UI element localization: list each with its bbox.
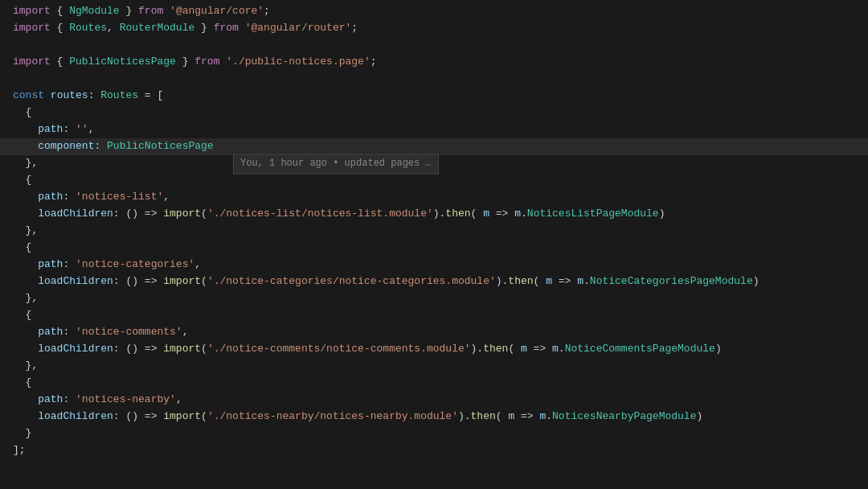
- code-token: then: [445, 206, 470, 223]
- code-token: [13, 324, 38, 341]
- code-token: NgModule: [69, 3, 119, 20]
- code-line: },: [0, 358, 868, 375]
- code-token: import: [163, 341, 201, 358]
- code-token: :: [88, 88, 101, 105]
- code-line: [0, 71, 868, 88]
- code-line: {: [0, 307, 868, 324]
- code-token: './notices-list/notices-list.module': [207, 206, 433, 223]
- code-line: },You, 1 hour ago • updated pages …: [0, 155, 868, 172]
- code-token: NoticesNearbyPageModule: [552, 409, 696, 425]
- code-token: },: [13, 223, 38, 240]
- code-token: }: [120, 3, 138, 20]
- code-line: import { Routes, RouterModule } from '@a…: [0, 20, 868, 37]
- code-token: 'notices-nearby': [76, 392, 176, 409]
- code-token: m: [521, 341, 527, 358]
- code-token: loadChildren: [38, 409, 113, 425]
- code-token: ,: [107, 20, 120, 37]
- code-token: ).: [496, 273, 509, 290]
- code-line: loadChildren: () => import('./notice-cat…: [0, 273, 868, 290]
- code-token: :: [63, 189, 76, 206]
- code-token: : () =>: [113, 341, 163, 358]
- code-token: from: [138, 3, 163, 20]
- code-token: ;: [371, 54, 377, 71]
- code-line: loadChildren: () => import('./notice-com…: [0, 341, 868, 358]
- code-token: './notices-nearby/notices-nearby.module': [207, 409, 458, 425]
- code-token: = [: [138, 88, 163, 105]
- code-line: loadChildren: () => import('./notices-li…: [0, 206, 868, 223]
- code-token: ,: [194, 257, 201, 273]
- code-token: [13, 392, 38, 409]
- code-token: .: [559, 341, 565, 358]
- code-token: ): [753, 273, 760, 290]
- code-token: }: [176, 54, 194, 71]
- code-token: [239, 20, 245, 37]
- code-token: from: [194, 54, 219, 71]
- code-token: :: [94, 138, 107, 155]
- code-token: =>: [527, 341, 552, 358]
- code-token: {: [51, 20, 69, 37]
- code-token: ;: [264, 3, 270, 20]
- code-token: :: [63, 121, 76, 138]
- code-line: {: [0, 172, 868, 189]
- code-container: import { NgModule } from '@angular/core'…: [0, 0, 868, 462]
- code-token: (: [496, 409, 509, 425]
- code-token: ,: [88, 121, 95, 138]
- code-token: import: [163, 409, 201, 425]
- code-token: },: [13, 290, 38, 307]
- code-token: m: [546, 273, 552, 290]
- code-token: component: [38, 138, 94, 155]
- code-line: {: [0, 105, 868, 121]
- code-token: ): [715, 341, 722, 358]
- code-line: component: PublicNoticesPage: [0, 138, 868, 155]
- code-line: path: 'notices-nearby',: [0, 392, 868, 409]
- code-token: path: [38, 392, 63, 409]
- code-token: ): [696, 409, 702, 425]
- code-token: m: [508, 409, 514, 425]
- code-token: import: [13, 54, 51, 71]
- code-token: NoticeCategoriesPageModule: [590, 273, 753, 290]
- code-token: [13, 138, 38, 155]
- code-token: :: [63, 257, 76, 273]
- code-token: {: [13, 375, 31, 392]
- code-token: NoticeCommentsPageModule: [565, 341, 715, 358]
- code-line: },: [0, 290, 868, 307]
- code-token: './notice-categories/notice-categories.m…: [207, 273, 496, 290]
- code-token: then: [508, 273, 533, 290]
- code-token: '@angular/core': [170, 3, 264, 20]
- code-token: {: [13, 172, 31, 189]
- code-token: {: [51, 54, 69, 71]
- code-line: const routes: Routes = [: [0, 88, 868, 105]
- code-token: PublicNoticesPage: [69, 54, 176, 71]
- code-token: [13, 206, 38, 223]
- code-token: (: [201, 273, 207, 290]
- code-token: m: [539, 409, 546, 425]
- code-line: import { PublicNoticesPage } from './pub…: [0, 54, 868, 71]
- code-token: (: [201, 341, 207, 358]
- code-token: m: [483, 206, 489, 223]
- code-token: .: [583, 273, 590, 290]
- code-token: [13, 189, 38, 206]
- code-token: [13, 341, 38, 358]
- code-token: PublicNoticesPage: [107, 138, 214, 155]
- code-token: ).: [471, 341, 484, 358]
- code-line: {: [0, 240, 868, 257]
- code-line: },: [0, 223, 868, 240]
- code-token: {: [51, 3, 69, 20]
- code-token: },: [13, 358, 38, 375]
- code-line: path: '',: [0, 121, 868, 138]
- code-line: path: 'notice-categories',: [0, 257, 868, 273]
- code-token: .: [521, 206, 527, 223]
- code-line: }: [0, 425, 868, 442]
- code-token: m: [577, 273, 583, 290]
- code-token: path: [38, 189, 63, 206]
- code-line: loadChildren: () => import('./notices-ne…: [0, 409, 868, 425]
- code-token: from: [214, 20, 239, 37]
- code-token: '@angular/router': [245, 20, 352, 37]
- git-tooltip: You, 1 hour ago • updated pages …: [233, 154, 439, 174]
- code-token: }: [194, 20, 213, 37]
- code-token: path: [38, 324, 63, 341]
- code-line: [0, 37, 868, 54]
- code-token: [13, 121, 38, 138]
- code-token: RouterModule: [120, 20, 195, 37]
- code-line: import { NgModule } from '@angular/core'…: [0, 3, 868, 20]
